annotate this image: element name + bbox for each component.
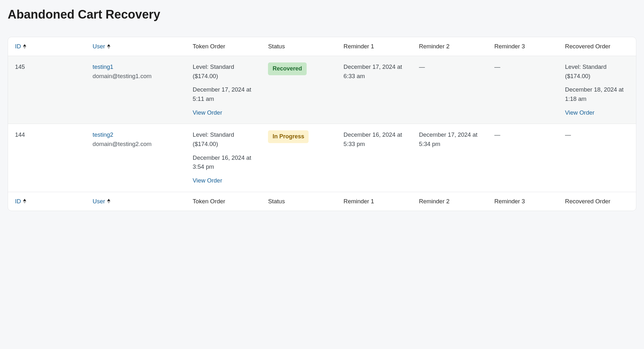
cell-token-order: Level: Standard ($174.00)December 16, 20… — [188, 124, 264, 192]
table-row: 145testing1domain@testing1.comLevel: Sta… — [8, 56, 636, 124]
token-level: Level: Standard ($174.00) — [193, 62, 259, 81]
cell-user: testing2domain@testing2.com — [88, 124, 188, 192]
footer-id-label: ID — [15, 198, 21, 205]
header-user-label: User — [93, 43, 105, 50]
cell-id: 144 — [8, 124, 88, 192]
cart-recovery-table-container: ID User — [8, 37, 636, 211]
recovered-level: Level: Standard ($174.00) — [565, 62, 629, 81]
cell-user: testing1domain@testing1.com — [88, 56, 188, 124]
cell-reminder-3: — — [490, 56, 561, 124]
header-user[interactable]: User — [88, 37, 188, 56]
footer-reminder-1: Reminder 1 — [339, 192, 414, 211]
cell-reminder-1: December 16, 2024 at 5:33 pm — [339, 124, 414, 192]
header-id[interactable]: ID — [8, 37, 88, 56]
footer-reminder-2: Reminder 2 — [414, 192, 490, 211]
footer-id[interactable]: ID — [8, 192, 88, 211]
sort-icon — [23, 199, 26, 204]
header-token-order: Token Order — [188, 37, 264, 56]
cell-reminder-2: December 17, 2024 at 5:34 pm — [414, 124, 490, 192]
user-link[interactable]: testing2 — [93, 130, 184, 140]
header-recovered-order: Recovered Order — [561, 37, 636, 56]
view-order-link[interactable]: View Order — [193, 108, 259, 118]
cell-status: Recovered — [263, 56, 339, 124]
user-email: domain@testing1.com — [93, 72, 184, 81]
user-email: domain@testing2.com — [93, 140, 184, 149]
cell-token-order: Level: Standard ($174.00)December 17, 20… — [188, 56, 264, 124]
token-level: Level: Standard ($174.00) — [193, 130, 259, 149]
status-badge: Recovered — [268, 62, 306, 75]
sort-icon — [23, 44, 26, 49]
user-link[interactable]: testing1 — [93, 62, 184, 72]
footer-recovered-order: Recovered Order — [561, 192, 636, 211]
cell-id: 145 — [8, 56, 88, 124]
table-header: ID User — [8, 37, 636, 56]
recovered-date: December 18, 2024 at 1:18 am — [565, 85, 629, 103]
cart-recovery-table: ID User — [8, 37, 636, 211]
status-badge: In Progress — [268, 130, 309, 143]
view-order-link[interactable]: View Order — [193, 176, 259, 185]
view-order-link[interactable]: View Order — [565, 108, 629, 118]
footer-user-label: User — [93, 198, 105, 205]
page-title: Abandoned Cart Recovery — [8, 8, 636, 21]
header-id-label: ID — [15, 43, 21, 50]
footer-token-order: Token Order — [188, 192, 264, 211]
token-date: December 17, 2024 at 5:11 am — [193, 85, 259, 103]
footer-status: Status — [263, 192, 339, 211]
sort-icon — [107, 199, 110, 204]
header-reminder-1: Reminder 1 — [339, 37, 414, 56]
table-body: 145testing1domain@testing1.comLevel: Sta… — [8, 56, 636, 192]
cell-status: In Progress — [263, 124, 339, 192]
cell-reminder-2: — — [414, 56, 490, 124]
cell-reminder-1: December 17, 2024 at 6:33 am — [339, 56, 414, 124]
token-date: December 16, 2024 at 3:54 pm — [193, 153, 259, 172]
header-reminder-3: Reminder 3 — [490, 37, 561, 56]
footer-reminder-3: Reminder 3 — [490, 192, 561, 211]
cell-reminder-3: — — [490, 124, 561, 192]
sort-icon — [107, 44, 110, 49]
header-reminder-2: Reminder 2 — [414, 37, 490, 56]
footer-user[interactable]: User — [88, 192, 188, 211]
table-row: 144testing2domain@testing2.comLevel: Sta… — [8, 124, 636, 192]
cell-recovered-order: — — [561, 124, 636, 192]
header-status: Status — [263, 37, 339, 56]
table-footer: ID User — [8, 192, 636, 211]
cell-recovered-order: Level: Standard ($174.00)December 18, 20… — [561, 56, 636, 124]
